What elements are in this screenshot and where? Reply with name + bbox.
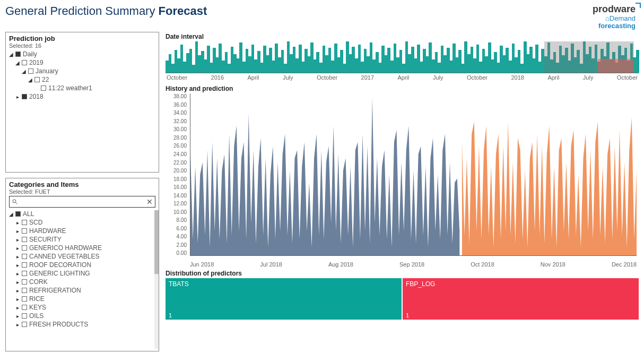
caret-icon: ▸ [15, 220, 20, 226]
tree-label: SCD [29, 219, 42, 226]
caret-icon: ▸ [15, 228, 20, 234]
tree-node[interactable]: ▸SECURITY [9, 235, 155, 244]
tree-node[interactable]: ◢ALL [9, 210, 155, 218]
predictor-a-name: TBATS [169, 280, 189, 288]
tree-label: Daily [23, 50, 37, 58]
caret-icon: ▸ [15, 271, 20, 277]
checkbox[interactable] [22, 237, 27, 242]
tree-node[interactable]: ▸GENERIC LIGHTING [9, 269, 155, 278]
caret-icon: ◢ [9, 51, 13, 57]
tree-node[interactable]: ▸ROOF DECORATION [9, 261, 155, 269]
predictor-fbplog[interactable]: FBP_LOG 1 [403, 278, 639, 320]
tree-label: RICE [29, 295, 45, 303]
checkbox[interactable] [15, 51, 21, 57]
predictor-distribution: TBATS 1 FBP_LOG 1 [166, 278, 639, 320]
checkbox[interactable] [22, 296, 27, 302]
tree-node[interactable]: ◢Daily [9, 50, 155, 58]
tree-node[interactable]: ▸RICE [9, 295, 155, 303]
history-xaxis: Jun 2018Jul 2018Aug 2018Sep 2018Oct 2018… [190, 261, 637, 268]
predictor-tbats[interactable]: TBATS 1 [166, 278, 402, 320]
tree-node[interactable]: ▸CANNED VEGETABLES [9, 252, 155, 261]
checkbox[interactable] [22, 279, 27, 285]
checkbox[interactable] [34, 77, 40, 82]
checkbox[interactable] [22, 94, 27, 99]
caret-icon: ▸ [15, 262, 20, 268]
tree-node[interactable]: ▸CORK [9, 278, 155, 286]
tree-label: SECURITY [29, 236, 62, 243]
date-interval-chart[interactable] [166, 41, 639, 73]
tree-node[interactable]: ◢January [9, 67, 155, 75]
caret-icon: ◢ [28, 77, 32, 83]
tree-label: 11:22 weather1 [48, 84, 92, 92]
checkbox[interactable] [22, 245, 27, 251]
checkbox[interactable] [22, 288, 27, 293]
date-interval-label: Date interval [166, 33, 639, 40]
tree-node[interactable]: ▸SCD [9, 218, 155, 227]
checkbox[interactable] [22, 228, 27, 234]
brand-line1: Demand [610, 14, 636, 22]
clear-search-icon[interactable]: ✕ [146, 197, 153, 206]
categories-selected: Selected: FUET [9, 188, 155, 195]
history-prediction-chart[interactable]: 38.0036.0034.0032.0030.0028.0026.0024.00… [166, 93, 639, 268]
tree-label: GENERIC LIGHTING [29, 270, 90, 277]
checkbox[interactable] [22, 313, 27, 319]
checkbox[interactable] [28, 68, 33, 74]
caret-icon: ▸ [15, 288, 20, 294]
svg-point-0 [13, 200, 16, 203]
predictor-a-count: 1 [169, 312, 172, 319]
caret-icon: ▸ [15, 237, 20, 243]
tree-node[interactable]: ▸GENERICO HARDWARE [9, 244, 155, 252]
prediction-job-panel: Prediction job Selected: 16 ◢Daily◢2019◢… [5, 32, 159, 173]
tree-label: 22 [42, 76, 49, 83]
checkbox[interactable] [41, 85, 46, 91]
date-interval-brush[interactable] [544, 41, 634, 73]
tree-label: 2018 [29, 93, 43, 100]
date-interval-xaxis: October2016AprilJulyOctober2017AprilJuly… [166, 74, 639, 84]
tree-node[interactable]: ◢2019 [9, 58, 155, 67]
page-title: General Prediction Summary Forecast [5, 4, 207, 18]
tree-node[interactable]: ◢22 [9, 75, 155, 84]
checkbox[interactable] [22, 60, 27, 65]
tree-node[interactable]: ▸KEYS [9, 303, 155, 312]
caret-icon: ◢ [9, 211, 13, 217]
predictor-b-name: FBP_LOG [406, 280, 435, 288]
predictor-b-count: 1 [406, 312, 409, 319]
categories-tree[interactable]: ◢ALL▸SCD▸HARDWARE▸SECURITY▸GENERICO HARD… [9, 210, 155, 329]
caret-icon: ▸ [15, 296, 20, 302]
categories-panel: Categories and Items Selected: FUET ✕ ◢A… [5, 178, 159, 351]
categories-title: Categories and Items [9, 180, 155, 188]
tree-label: ALL [23, 210, 34, 218]
checkbox[interactable] [22, 254, 27, 259]
brand-top: prodware [593, 4, 636, 15]
checkbox[interactable] [15, 211, 21, 217]
tree-node[interactable]: ▸2018 [9, 92, 155, 101]
tree-label: OILS [29, 312, 43, 320]
tree-label: GENERICO HARDWARE [29, 244, 102, 252]
tree-node[interactable]: ▸FRESH PRODUCTS [9, 320, 155, 329]
history-label: History and prediction [166, 85, 639, 92]
title-light: General Prediction Summary [5, 4, 159, 18]
checkbox[interactable] [22, 262, 27, 268]
tree-node[interactable]: 11:22 weather1 [9, 84, 155, 92]
tree-node[interactable]: ▸HARDWARE [9, 227, 155, 235]
tree-node[interactable]: ▸REFRIGERATION [9, 286, 155, 295]
search-icon [12, 199, 18, 205]
svg-line-1 [16, 203, 18, 204]
tree-label: January [36, 67, 58, 75]
tree-label: REFRIGERATION [29, 287, 81, 294]
title-bold: Forecast [159, 4, 207, 18]
checkbox[interactable] [22, 305, 27, 310]
tree-node[interactable]: ▸OILS [9, 312, 155, 320]
checkbox[interactable] [22, 271, 27, 276]
tree-label: CORK [29, 278, 48, 286]
categories-search[interactable]: ✕ [9, 196, 155, 208]
categories-scrollbar[interactable] [154, 210, 159, 349]
tree-label: FRESH PRODUCTS [29, 321, 88, 328]
prediction-job-tree[interactable]: ◢Daily◢2019◢January◢2211:22 weather1▸201… [9, 50, 155, 101]
checkbox[interactable] [22, 322, 27, 327]
tree-label: CANNED VEGETABLES [29, 253, 99, 260]
caret-icon: ◢ [15, 60, 20, 66]
caret-icon: ▸ [15, 254, 20, 260]
checkbox[interactable] [22, 220, 27, 225]
tree-label: KEYS [29, 304, 46, 311]
